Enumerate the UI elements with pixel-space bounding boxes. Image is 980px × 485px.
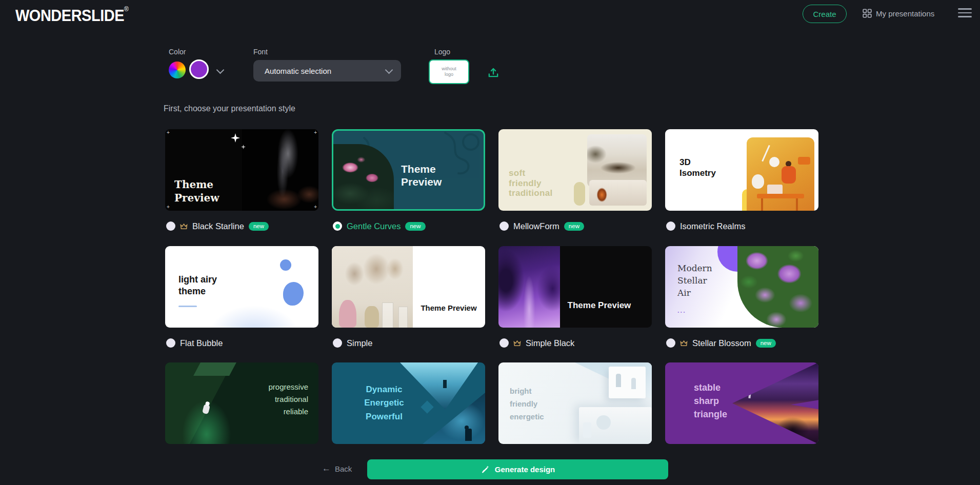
radio-stellar-blossom[interactable] bbox=[666, 338, 675, 348]
theme-option-stellar-blossom[interactable]: Stellar Blossom new bbox=[666, 337, 776, 349]
radio-flat-bubble[interactable] bbox=[166, 338, 175, 348]
theme-name: Flat Bubble bbox=[180, 338, 223, 348]
theme-card-black-starline[interactable]: + + + + ThemePreview bbox=[165, 129, 318, 211]
white-terrace bbox=[579, 407, 652, 444]
upload-logo-icon[interactable] bbox=[486, 65, 501, 79]
new-badge: new bbox=[405, 222, 425, 231]
theme-card-dynamic-city[interactable]: DynamicEnergeticPowerful bbox=[332, 362, 485, 444]
theme-preview-text: brightfriendlyenergetic bbox=[510, 385, 544, 423]
theme-option-simple-black[interactable]: Simple Black bbox=[499, 337, 574, 349]
theme-card-purple-triangle[interactable]: stablesharptriangle bbox=[665, 362, 818, 444]
menu-icon[interactable] bbox=[958, 8, 972, 17]
logo-placeholder-box[interactable]: without logo bbox=[429, 59, 469, 84]
my-presentations-label: My presentations bbox=[876, 9, 934, 18]
premium-crown-icon bbox=[680, 340, 688, 347]
fireplace-photo bbox=[589, 180, 647, 206]
theme-card-gentle-curves[interactable]: ThemePreview bbox=[332, 129, 485, 211]
theme-name: MellowForm bbox=[513, 221, 559, 231]
font-select[interactable]: Automatic selection bbox=[253, 60, 401, 82]
more-dots: ... bbox=[677, 307, 686, 314]
lilac-flowers-photo bbox=[737, 246, 818, 328]
theme-card-isometric-realms[interactable]: 3DIsometry bbox=[665, 129, 818, 211]
font-select-value: Automatic selection bbox=[265, 67, 331, 75]
city-triangle-bottom bbox=[423, 393, 485, 444]
theme-preview-text: DynamicEnergeticPowerful bbox=[352, 383, 416, 423]
radio-simple-black[interactable] bbox=[499, 338, 509, 348]
dried-flowers-photo bbox=[332, 246, 413, 328]
logo-label: Logo bbox=[434, 48, 450, 56]
theme-option-flat-bubble[interactable]: Flat Bubble bbox=[166, 337, 223, 349]
theme-preview-text: Theme Preview bbox=[421, 304, 476, 312]
my-presentations-link[interactable]: My presentations bbox=[863, 9, 934, 18]
theme-card-green-astronaut[interactable]: progressivetraditionalreliable bbox=[165, 362, 318, 444]
diamond-accent bbox=[421, 400, 433, 413]
grid-icon bbox=[863, 9, 872, 18]
font-label: Font bbox=[253, 48, 268, 56]
theme-option-simple[interactable]: Simple bbox=[333, 337, 372, 349]
blue-circle bbox=[280, 259, 291, 271]
theme-card-white-architecture[interactable]: brightfriendlyenergetic bbox=[498, 362, 652, 444]
color-wheel-icon[interactable] bbox=[169, 62, 186, 78]
theme-preview-text: progressivetraditionalreliable bbox=[268, 381, 308, 418]
white-building bbox=[609, 367, 646, 398]
living-room-photo bbox=[587, 134, 647, 187]
radio-isometric-realms[interactable] bbox=[666, 221, 675, 231]
radio-black-starline[interactable] bbox=[166, 221, 175, 231]
generate-design-label: Generate design bbox=[495, 465, 555, 474]
theme-name: Stellar Blossom bbox=[692, 338, 751, 348]
theme-card-stellar-blossom[interactable]: ModernStellarAir ... bbox=[665, 246, 818, 328]
theme-preview-text: softfriendlytraditional bbox=[509, 168, 552, 198]
theme-name: Isometric Realms bbox=[680, 221, 745, 231]
theme-card-simple[interactable]: Theme Preview bbox=[332, 246, 485, 328]
section-title: First, choose your presentation style bbox=[164, 104, 295, 113]
new-badge: new bbox=[756, 339, 776, 348]
theme-option-mellowform[interactable]: MellowForm new bbox=[499, 220, 584, 232]
corner-mark: + bbox=[167, 130, 170, 135]
generate-design-button[interactable]: Generate design bbox=[367, 459, 668, 479]
back-button[interactable]: ← Back bbox=[322, 463, 352, 474]
theme-option-gentle-curves[interactable]: Gentle Curves new bbox=[333, 220, 426, 232]
underline-accent bbox=[178, 306, 197, 307]
theme-option-black-starline[interactable]: Black Starline new bbox=[166, 220, 269, 232]
theme-card-mellowform[interactable]: softfriendlytraditional bbox=[498, 129, 652, 211]
brand-logo: WONDERSLIDE® bbox=[15, 5, 128, 25]
theme-name: Black Starline bbox=[192, 221, 244, 231]
theme-preview-text: stablesharptriangle bbox=[694, 381, 727, 421]
premium-crown-icon bbox=[513, 340, 521, 347]
theme-card-simple-black[interactable]: Theme Preview bbox=[498, 246, 652, 328]
isometric-illustration bbox=[747, 137, 814, 211]
radio-gentle-curves[interactable] bbox=[333, 221, 342, 231]
coffee-smoke-photo bbox=[242, 129, 319, 211]
corner-mark: + bbox=[167, 205, 170, 210]
registered-mark: ® bbox=[124, 5, 128, 13]
theme-card-flat-bubble[interactable]: light airytheme bbox=[165, 246, 318, 328]
theme-preview-text: ThemePreview bbox=[401, 163, 442, 188]
pill-shape bbox=[574, 182, 585, 206]
magic-wand-icon bbox=[481, 464, 490, 474]
theme-name: Simple bbox=[347, 338, 372, 348]
back-label: Back bbox=[335, 464, 352, 473]
radio-mellowform[interactable] bbox=[499, 221, 509, 231]
theme-preview-text: ModernStellarAir bbox=[677, 262, 712, 299]
purple-landscape-photo bbox=[498, 246, 560, 328]
back-arrow-icon: ← bbox=[322, 463, 331, 474]
theme-preview-text: light airytheme bbox=[178, 274, 217, 297]
theme-preview-text: ThemePreview bbox=[174, 178, 219, 205]
logo-placeholder-text: without logo bbox=[437, 66, 461, 78]
wonderslide-app: WONDERSLIDE® Create My presentations Col… bbox=[0, 0, 980, 485]
create-button[interactable]: Create bbox=[803, 5, 847, 23]
new-badge: new bbox=[249, 222, 269, 231]
font-chevron-down-icon bbox=[385, 66, 393, 74]
theme-option-isometric-realms[interactable]: Isometric Realms bbox=[666, 220, 745, 232]
sparkle-icon bbox=[231, 133, 240, 143]
theme-preview-text: 3DIsometry bbox=[679, 157, 716, 179]
color-label: Color bbox=[169, 48, 186, 56]
premium-crown-icon bbox=[180, 223, 188, 230]
radio-simple[interactable] bbox=[333, 338, 342, 348]
color-swatch-purple[interactable] bbox=[189, 59, 209, 79]
corner-mark: + bbox=[314, 130, 317, 135]
corner-mark: + bbox=[314, 205, 317, 210]
color-chevron-down-icon[interactable] bbox=[216, 66, 225, 74]
theme-name: Simple Black bbox=[526, 338, 574, 348]
theme-preview-text: Theme Preview bbox=[568, 300, 631, 311]
